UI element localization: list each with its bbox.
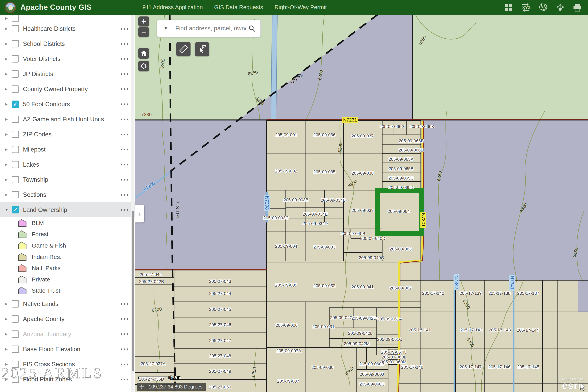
chevron-right-icon[interactable]: ▶ bbox=[5, 148, 12, 152]
county-seal-logo bbox=[5, 2, 16, 13]
chevron-right-icon[interactable]: ▶ bbox=[5, 42, 12, 46]
sidebar-scrollbar[interactable] bbox=[131, 15, 134, 392]
road-label-n7341: N7341 bbox=[509, 275, 515, 291]
layer-options-menu[interactable] bbox=[121, 134, 132, 135]
layer-checkbox[interactable]: ✓ bbox=[12, 100, 19, 108]
layer-checkbox[interactable] bbox=[12, 176, 19, 183]
layer-item-lakes[interactable]: ▶Lakes bbox=[0, 157, 135, 172]
layer-checkbox[interactable]: ✓ bbox=[12, 206, 19, 214]
chevron-right-icon[interactable]: ▶ bbox=[5, 27, 12, 31]
layer-checkbox[interactable] bbox=[12, 116, 19, 123]
layer-checkbox[interactable] bbox=[12, 146, 19, 153]
layer-checkbox[interactable] bbox=[12, 25, 19, 32]
layer-options-menu[interactable] bbox=[121, 348, 132, 350]
chevron-right-icon[interactable]: ▶ bbox=[5, 57, 12, 61]
layer-checkbox[interactable] bbox=[12, 55, 19, 62]
layer-checkbox[interactable] bbox=[12, 131, 19, 138]
layer-checkbox[interactable] bbox=[12, 330, 19, 338]
layer-item-land-ownership[interactable]: ▼✓Land Ownership bbox=[0, 202, 135, 217]
layer-item-jp-districts[interactable]: ▶JP Districts bbox=[0, 66, 135, 82]
layer-options-menu[interactable] bbox=[121, 179, 132, 180]
chevron-right-icon[interactable]: ▶ bbox=[5, 117, 12, 121]
layer-options-menu[interactable] bbox=[121, 164, 132, 166]
chevron-right-icon[interactable]: ▶ bbox=[5, 347, 12, 351]
search-source-dropdown[interactable]: ▼ bbox=[164, 26, 168, 31]
chevron-right-icon[interactable]: ▶ bbox=[5, 102, 12, 106]
layer-checkbox[interactable] bbox=[12, 300, 19, 308]
chevron-right-icon[interactable]: ▶ bbox=[5, 87, 12, 91]
layer-checkbox[interactable] bbox=[12, 40, 19, 48]
chevron-down-icon[interactable]: ▼ bbox=[5, 208, 12, 212]
zoom-out-button[interactable]: − bbox=[138, 27, 149, 37]
layer-item-voter-districts[interactable]: ▶Voter Districts bbox=[0, 51, 135, 66]
print-icon[interactable] bbox=[572, 2, 582, 12]
chevron-right-icon[interactable]: ▶ bbox=[5, 162, 12, 166]
search-icon[interactable] bbox=[248, 25, 256, 32]
layer-options-menu[interactable] bbox=[121, 88, 132, 90]
layer-options-menu[interactable] bbox=[121, 364, 132, 365]
parcel-label-205-17-142: 205-17-142 bbox=[460, 328, 482, 332]
layer-options-menu[interactable] bbox=[121, 104, 132, 105]
home-button[interactable] bbox=[138, 48, 149, 58]
chevron-right-icon[interactable]: ▶ bbox=[5, 178, 12, 182]
share-icon[interactable] bbox=[555, 2, 565, 12]
layer-checkbox[interactable] bbox=[12, 191, 19, 198]
chevron-right-icon[interactable]: ▶ bbox=[5, 132, 12, 136]
chevron-right-icon[interactable]: ▶ bbox=[5, 332, 12, 336]
coordinates-widget[interactable]: -109.237 34.893 Degrees bbox=[137, 383, 206, 391]
chevron-right-icon[interactable]: ▶ bbox=[5, 302, 12, 306]
layer-item-arizona-boundary[interactable]: ▶Arizona Boundary bbox=[0, 326, 135, 342]
layer-options-menu[interactable] bbox=[121, 28, 132, 30]
layer-item-base-flood-elevation[interactable]: ▶Base Flood Elevation bbox=[0, 342, 135, 357]
parcel-label-205-09-007: 205-09-007 bbox=[277, 379, 299, 384]
layer-item-county-owned-property[interactable]: ▶County Owned Property bbox=[0, 82, 135, 97]
layer-item-township[interactable]: ▶Township bbox=[0, 172, 135, 187]
layer-label: Healthcare Districts bbox=[23, 25, 76, 32]
layer-checkbox[interactable] bbox=[12, 86, 19, 93]
layer-item-milepost[interactable]: ▶Milepost bbox=[0, 142, 135, 157]
sidebar-collapse-toggle[interactable]: ‹ bbox=[135, 205, 144, 222]
basemap-grid-icon[interactable] bbox=[503, 2, 514, 12]
layer-checkbox[interactable] bbox=[12, 315, 19, 322]
layer-checkbox[interactable] bbox=[12, 346, 19, 353]
nav-link-0[interactable]: 911 Address Application bbox=[142, 4, 203, 10]
layer-options-menu[interactable] bbox=[121, 379, 132, 380]
nav-link-1[interactable]: GIS Data Requests bbox=[214, 4, 263, 10]
identify-button[interactable] bbox=[195, 42, 209, 56]
layer-options-menu[interactable] bbox=[121, 334, 132, 335]
layer-checkbox[interactable] bbox=[12, 161, 19, 168]
layer-options-menu[interactable] bbox=[121, 318, 132, 320]
legend-label: Game & Fish bbox=[32, 242, 66, 249]
draw-palette-icon[interactable] bbox=[538, 2, 548, 12]
layer-item-healthcare-districts[interactable]: ▶Healthcare Districts bbox=[0, 21, 135, 36]
layer-item-native-lands[interactable]: ▶Native Lands bbox=[0, 296, 135, 312]
parcel-label-205-09-040c: 205-09-040C bbox=[359, 255, 384, 260]
chevron-right-icon[interactable]: ▶ bbox=[5, 72, 12, 76]
layer-options-menu[interactable] bbox=[121, 43, 132, 45]
layer-options-menu[interactable] bbox=[121, 209, 132, 211]
layer-options-menu[interactable] bbox=[121, 118, 132, 120]
sidebar-scrollbar-thumb[interactable] bbox=[132, 211, 134, 372]
layer-item-apache-county[interactable]: ▶Apache County bbox=[0, 312, 135, 326]
layer-item-zip-codes[interactable]: ▶ZIP Codes bbox=[0, 127, 135, 142]
layer-item-sections[interactable]: ▶Sections bbox=[0, 187, 135, 202]
chevron-right-icon[interactable]: ▶ bbox=[5, 193, 12, 197]
legend-item-game-fish: Game & Fish bbox=[0, 240, 135, 251]
layer-options-menu[interactable] bbox=[121, 303, 132, 305]
layer-item-az-game-and-fish-hunt-units[interactable]: ▶AZ Game and Fish Hunt Units bbox=[0, 112, 135, 127]
layer-item-50-foot-contours[interactable]: ▶✓50 Foot Contours bbox=[0, 97, 135, 112]
map-canvas[interactable]: 205-09-001205-09-036205-09-037205-09-066… bbox=[135, 15, 588, 392]
locate-button[interactable] bbox=[138, 61, 149, 71]
layer-options-menu[interactable] bbox=[121, 194, 132, 196]
xyz-coordinates-icon[interactable]: XYZ bbox=[520, 2, 531, 12]
search-input[interactable] bbox=[176, 25, 246, 32]
measure-button[interactable] bbox=[176, 42, 190, 56]
layer-checkbox[interactable] bbox=[12, 70, 19, 78]
chevron-right-icon[interactable]: ▶ bbox=[5, 317, 12, 321]
layer-options-menu[interactable] bbox=[121, 149, 132, 150]
layer-item-school-districts[interactable]: ▶School Districts bbox=[0, 36, 135, 51]
zoom-in-button[interactable]: + bbox=[138, 16, 149, 26]
layer-options-menu[interactable] bbox=[121, 58, 132, 60]
nav-link-2[interactable]: Right-Of-Way Permit bbox=[274, 4, 326, 10]
layer-options-menu[interactable] bbox=[121, 73, 132, 75]
